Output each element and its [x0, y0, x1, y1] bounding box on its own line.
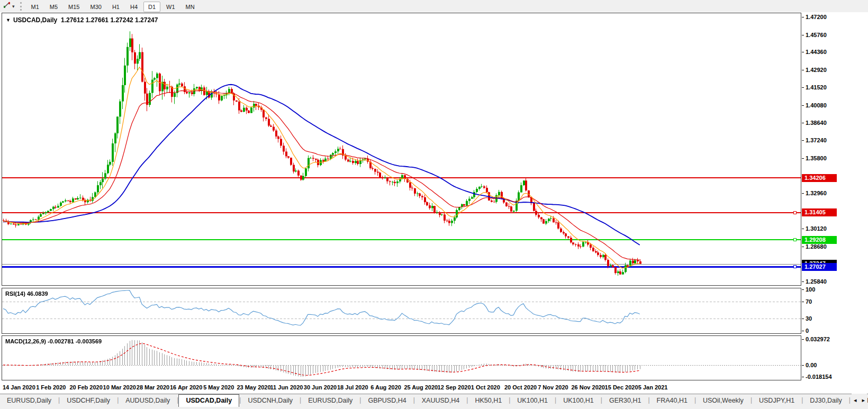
date-tick-label: 1 Oct 2020 — [471, 384, 500, 390]
chart-title: ▼USDCAD,Daily 1.27612 1.27661 1.27242 1.… — [6, 16, 158, 24]
price-tick-label: 1.32960 — [806, 189, 827, 197]
rsi-tick-label: 30 — [806, 315, 812, 322]
price-chart-canvas[interactable] — [2, 13, 801, 285]
date-tick-label: 15 Dec 2020 — [605, 384, 638, 390]
timeframe-button-m5[interactable]: M5 — [45, 2, 62, 12]
chart-tab-usdchf-daily[interactable]: USDCHF,Daily — [60, 394, 117, 407]
date-tick-label: 25 Aug 2020 — [404, 384, 438, 390]
macd-tick-label: 0.032972 — [806, 335, 830, 343]
date-tick-label: 5 May 2020 — [203, 384, 234, 390]
date-tick-label: 28 Mar 2020 — [137, 384, 169, 390]
price-tick-label: 1.30120 — [806, 225, 827, 232]
timeframe-button-h1[interactable]: H1 — [107, 2, 124, 12]
chart-tab-uk100-h1[interactable]: UK100,H1 — [510, 394, 555, 407]
chart-tab-usdjpy-h1[interactable]: USDJPY,H1 — [752, 394, 801, 407]
hline-price-chip: 1.29208 — [802, 236, 837, 244]
price-tick-label: 1.40080 — [806, 102, 827, 109]
price-chart-panel: ▼USDCAD,Daily 1.27612 1.27661 1.27242 1.… — [2, 13, 801, 286]
timeframe-button-d1[interactable]: D1 — [143, 2, 160, 12]
date-tick-label: 12 Sep 2020 — [438, 384, 471, 390]
chart-symbol-label: USDCAD,Daily — [13, 16, 57, 24]
hline-price-chip: 1.31405 — [802, 208, 837, 216]
chart-tab-eurusd-daily[interactable]: EURUSD,Daily — [301, 394, 359, 407]
chart-tool-icon[interactable] — [3, 1, 11, 11]
chart-tab-hk50-h1[interactable]: HK50,H1 — [468, 394, 509, 407]
chart-tab-gbpusd-h4[interactable]: GBPUSD,H4 — [361, 394, 413, 407]
chart-tab-ger30-h1[interactable]: GER30,H1 — [602, 394, 648, 407]
macd-indicator-panel: MACD(12,26,9) -0.002781 -0.003569 — [2, 335, 801, 380]
date-tick-label: 10 Mar 2020 — [103, 384, 136, 390]
tab-scroll-arrows: ◂ ▸ — [852, 394, 867, 407]
price-tick-label: 1.42920 — [806, 66, 827, 74]
rsi-tick-label: 100 — [806, 286, 815, 293]
chart-ohlc-values: 1.27612 1.27661 1.27242 1.27247 — [61, 16, 158, 24]
chart-tab-usdcnh-daily[interactable]: USDCNH,Daily — [241, 394, 300, 407]
price-tick-label: 1.45760 — [806, 31, 827, 39]
rsi-tick-label: 0 — [806, 327, 809, 334]
macd-tick-label: -0.018154 — [806, 373, 832, 380]
price-tick-label: 1.47200 — [806, 13, 827, 21]
price-tick-label: 1.25840 — [806, 278, 827, 285]
price-tick-label: 1.37240 — [806, 137, 827, 144]
date-tick-label: 11 Jun 2020 — [270, 384, 303, 390]
timeframe-toolbar: M1M5M15M30H1H4D1W1MN — [26, 2, 200, 11]
toolbar: ▾ M1M5M15M30H1H4D1W1MN — [0, 0, 868, 13]
rsi-indicator-panel: RSI(14) 46.0839 — [2, 288, 801, 334]
chart-tab-uk100-h1[interactable]: UK100,H1 — [556, 394, 601, 407]
date-tick-label: 7 Nov 2020 — [538, 384, 568, 390]
timeframe-button-m15[interactable]: M15 — [64, 2, 84, 12]
trading-terminal: { "icons": { "chart_tool": "chart-tool-i… — [0, 0, 868, 409]
date-tick-label: 20 Feb 2020 — [69, 384, 102, 390]
chart-tab-dj30-daily[interactable]: DJ30,Daily — [803, 394, 848, 407]
price-tick-label: 1.38640 — [806, 119, 827, 126]
chart-tab-eurusd-daily[interactable]: EURUSD,Daily — [0, 394, 58, 407]
date-tick-label: 18 Jul 2020 — [337, 384, 368, 390]
toolbar-grip[interactable] — [20, 2, 22, 11]
hline-price-chip: 1.27027 — [802, 263, 837, 271]
date-tick-label: 23 May 2020 — [237, 384, 270, 390]
price-tick-label: 1.44360 — [806, 48, 827, 56]
timeframe-button-h4[interactable]: H4 — [125, 2, 142, 12]
chart-tab-audusd-daily[interactable]: AUDUSD,Daily — [119, 394, 177, 407]
date-tick-label: 30 Jun 2020 — [304, 384, 337, 390]
chart-window: ▼USDCAD,Daily 1.27612 1.27661 1.27242 1.… — [0, 12, 868, 394]
chart-collapse-icon[interactable]: ▼ — [6, 17, 11, 23]
hline-price-chip: 1.34206 — [802, 174, 837, 182]
rsi-canvas[interactable] — [2, 288, 801, 333]
date-tick-label: 26 Nov 2020 — [571, 384, 605, 390]
macd-tick-label: 0.00 — [806, 361, 817, 369]
date-axis[interactable]: 14 Jan 20201 Feb 202020 Feb 202010 Mar 2… — [2, 381, 801, 394]
chart-tab-usdcad-daily[interactable]: USDCAD,Daily — [178, 394, 239, 407]
date-tick-label: 6 Aug 2020 — [370, 384, 401, 390]
status-strip — [0, 407, 868, 409]
chart-tab-fra40-h1[interactable]: FRA40,H1 — [650, 394, 694, 407]
rsi-tick-label: 70 — [806, 298, 812, 305]
chart-tab-bar: EURUSD,Daily|USDCHF,Daily|AUDUSD,Daily|U… — [0, 394, 868, 407]
timeframe-button-w1[interactable]: W1 — [161, 2, 180, 12]
chart-tool-icon-svg — [3, 1, 11, 9]
rsi-label: RSI(14) 46.0839 — [5, 290, 48, 297]
macd-canvas[interactable] — [2, 336, 801, 380]
timeframe-button-m30[interactable]: M30 — [86, 2, 106, 12]
timeframe-button-mn[interactable]: MN — [181, 2, 200, 12]
date-tick-label: 20 Oct 2020 — [504, 384, 537, 390]
timeframe-button-m1[interactable]: M1 — [26, 2, 44, 12]
tab-scroll-right-icon[interactable]: ▸ — [862, 397, 865, 404]
macd-label: MACD(12,26,9) -0.002781 -0.003569 — [5, 338, 102, 344]
chart-tab-usoil-weekly[interactable]: USOil,Weekly — [696, 394, 751, 407]
date-tick-label: 1 Feb 2020 — [36, 384, 66, 390]
price-axis[interactable]: 1.472001.457601.443601.429201.415201.400… — [801, 12, 868, 394]
date-tick-label: 5 Jan 2021 — [638, 384, 668, 390]
price-tick-label: 1.41520 — [806, 84, 827, 91]
date-tick-label: 16 Apr 2020 — [170, 384, 202, 390]
price-tick-label: 1.35800 — [806, 154, 827, 162]
chevron-down-icon[interactable]: ▾ — [12, 4, 15, 9]
tab-scroll-left-icon[interactable]: ◂ — [854, 397, 857, 404]
date-tick-label: 14 Jan 2020 — [3, 384, 35, 390]
chart-tab-xauusd-h4[interactable]: XAUUSD,H4 — [415, 394, 467, 407]
